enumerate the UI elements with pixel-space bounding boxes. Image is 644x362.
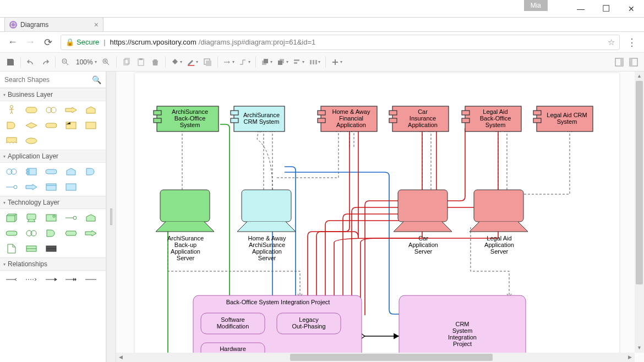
window-close-button[interactable] (619, 0, 644, 18)
tab-close-icon[interactable]: × (94, 20, 99, 29)
shape-appinteract-line-icon[interactable] (6, 183, 18, 191)
zoom-out-button[interactable] (58, 55, 73, 69)
vscroll-thumb[interactable] (636, 81, 643, 284)
device-car-server[interactable]: Car Application Server (394, 190, 452, 255)
to-back-button[interactable] (275, 55, 291, 69)
rel-used-icon[interactable] (25, 275, 37, 284)
undo-button[interactable] (24, 55, 38, 69)
shape-techobj1-icon[interactable] (25, 244, 37, 253)
vertical-scrollbar[interactable]: ▲▼ (635, 72, 644, 353)
component-legal-aid-crm[interactable]: Legal Aid CRM System (533, 106, 593, 131)
shape-techobj2-icon[interactable] (45, 244, 57, 253)
format-panel-button[interactable] (612, 55, 626, 69)
zoom-in-button[interactable] (99, 55, 113, 69)
shape-techinterfacehalf-icon[interactable] (45, 229, 57, 238)
window-minimize-button[interactable] (568, 0, 593, 18)
address-bar[interactable]: 🔒 Secure | https://scrum.vpository.com/d… (61, 35, 620, 50)
copy-button[interactable] (119, 55, 134, 69)
window-maximize-button[interactable] (593, 0, 619, 18)
svg-point-36 (14, 185, 17, 189)
component-car-insurance[interactable]: Car Insurance Application (389, 106, 449, 131)
shape-network-icon[interactable] (65, 229, 77, 238)
hscroll-thumb[interactable] (290, 354, 493, 361)
shape-techcollab-icon[interactable] (25, 229, 37, 238)
rel-line-icon[interactable] (85, 275, 97, 284)
shape-node-icon[interactable] (6, 213, 18, 222)
search-shapes-input[interactable] (4, 76, 92, 84)
shape-appcollab-icon[interactable] (6, 167, 18, 176)
palette-group-business[interactable]: Business Layer (0, 88, 106, 101)
distribute-button[interactable] (307, 55, 323, 69)
nav-reload-button[interactable]: ⟳ (40, 34, 56, 51)
align-button[interactable] (291, 55, 307, 69)
rel-trigger-icon[interactable] (45, 275, 57, 284)
shape-value-icon[interactable] (25, 136, 37, 145)
project-backoffice-integration[interactable]: Back-Office System Integration Project S… (193, 295, 362, 362)
svg-rect-50 (154, 118, 161, 123)
browser-menu-button[interactable]: ⋮ (624, 36, 640, 48)
palette-group-application[interactable]: Application Layer (0, 150, 106, 163)
component-archisurance-crm[interactable]: ArchiSurance CRM System (231, 106, 285, 131)
paste-button[interactable] (134, 55, 148, 69)
shadow-button[interactable] (200, 55, 215, 69)
fill-color-button[interactable] (168, 55, 184, 69)
svg-text:Application: Application (408, 242, 438, 248)
browser-tab[interactable]: Diagrams × (4, 17, 103, 31)
svg-text:Software: Software (221, 316, 244, 323)
shape-appinterface-icon[interactable] (85, 167, 97, 176)
shape-collab-icon[interactable] (45, 106, 57, 114)
component-legal-aid-backoffice[interactable]: Legal Aid Back-Office System (462, 106, 521, 131)
shape-function-icon[interactable] (85, 106, 97, 114)
component-home-away[interactable]: Home & Away Financial Application (318, 106, 377, 131)
nav-forward-button[interactable]: → (22, 34, 39, 51)
device-legal-aid-server[interactable]: Legal Aid Application Server (470, 190, 528, 255)
component-archisurance-backoffice[interactable]: ArchiSurance Back-Office System (154, 106, 219, 131)
project-crm-integration[interactable]: CRM System Integration Project (399, 295, 526, 362)
shape-appfunc-icon[interactable] (65, 167, 77, 176)
nav-back-button[interactable]: ← (4, 34, 21, 51)
device-home-away-server[interactable]: Home & Away ArchiSurance Application Ser… (237, 190, 296, 261)
svg-text:Project: Project (453, 341, 472, 347)
redo-button[interactable] (38, 55, 52, 69)
shape-artifact-icon[interactable] (6, 244, 18, 253)
shape-dataobj-icon[interactable] (45, 183, 57, 191)
shape-techinterface-icon[interactable] (65, 213, 77, 222)
shape-product-icon[interactable] (65, 121, 77, 130)
to-front-button[interactable] (259, 55, 275, 69)
insert-button[interactable] (329, 55, 345, 69)
shape-techarrow-icon[interactable] (85, 229, 97, 238)
shape-role-icon[interactable] (25, 106, 37, 114)
shape-techservice-icon[interactable] (6, 229, 18, 238)
shape-appservice-icon[interactable] (45, 167, 57, 176)
diagram-canvas[interactable]: ArchiSurance Back-Office System ArchiSur… (135, 73, 619, 362)
horizontal-scrollbar[interactable]: ◀▶ (116, 353, 635, 362)
shape-event-icon[interactable] (45, 121, 57, 130)
search-icon[interactable]: 🔍 (92, 75, 101, 84)
connection-button[interactable] (221, 55, 237, 69)
shape-arrow-icon[interactable] (65, 106, 77, 114)
shape-techfunc-icon[interactable] (85, 213, 97, 222)
shape-service-icon[interactable] (25, 121, 37, 130)
delete-button[interactable] (148, 55, 162, 69)
shape-contract-icon[interactable] (85, 121, 97, 130)
rel-flow-icon[interactable] (65, 275, 77, 284)
zoom-level-dropdown[interactable]: 100% (73, 55, 99, 69)
line-color-button[interactable] (184, 55, 200, 69)
rel-assoc-icon[interactable] (6, 275, 18, 284)
shape-appobj-icon[interactable] (65, 183, 77, 191)
palette-group-technology[interactable]: Technology Layer (0, 196, 106, 209)
bookmark-star-icon[interactable]: ☆ (608, 37, 615, 47)
waypoint-button[interactable] (237, 55, 253, 69)
sidebar-splitter[interactable] (106, 72, 116, 362)
shape-device-icon[interactable] (25, 213, 37, 222)
shape-appinteract-icon[interactable] (25, 183, 37, 191)
shape-rep-icon[interactable] (6, 136, 18, 145)
device-archisurance-backup[interactable]: ArchiSurance Back-up Application Server (156, 190, 214, 261)
shape-actor-icon[interactable] (6, 106, 18, 114)
outline-panel-button[interactable] (626, 55, 641, 69)
save-button[interactable] (3, 55, 18, 69)
palette-group-relationships[interactable]: Relationships (0, 257, 106, 271)
shape-syssw-icon[interactable] (45, 213, 57, 222)
shape-interface-icon[interactable] (6, 121, 18, 130)
shape-appcomp-icon[interactable] (25, 167, 37, 176)
